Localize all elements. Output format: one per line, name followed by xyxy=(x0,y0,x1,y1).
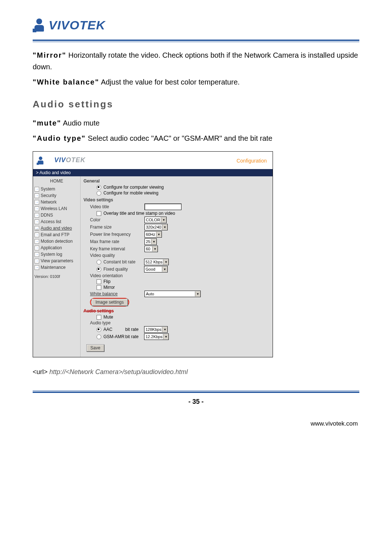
mute-paragraph: "mute" Audio mute xyxy=(33,117,359,129)
radio-icon[interactable] xyxy=(97,185,101,190)
arrow-icon: → xyxy=(34,252,39,257)
nav-maintenance[interactable]: →Maintenance xyxy=(33,264,80,271)
mirror-row[interactable]: Mirror xyxy=(83,284,270,290)
video-settings-heading: Video settings xyxy=(83,197,270,202)
nav-wlan[interactable]: →Wireless LAN xyxy=(33,205,80,212)
radio-icon[interactable] xyxy=(97,260,101,264)
chevron-down-icon: ▼ xyxy=(195,291,200,296)
footer-rule-thick xyxy=(33,391,359,393)
nav-view-params[interactable]: →View parameters xyxy=(33,258,80,264)
checkbox-icon[interactable] xyxy=(97,279,101,284)
overlay-row[interactable]: Overlay title and time stamp on video xyxy=(83,210,270,216)
gsm-bitrate-select[interactable]: 12.2Kbps▼ xyxy=(144,333,169,340)
nav-access-list[interactable]: →Access list xyxy=(33,218,80,225)
aac-row: AAC bit rate 128Kbps▼ xyxy=(83,326,270,333)
frame-size-select[interactable]: 320x240▼ xyxy=(144,224,168,230)
opt-computer-row[interactable]: Configure for computer viewing xyxy=(83,184,270,190)
nav-email-ftp[interactable]: →Email and FTP xyxy=(33,231,80,238)
audio-settings-heading: Audio settings xyxy=(83,308,270,313)
arrow-icon: → xyxy=(34,213,39,218)
mute-desc: Audio mute xyxy=(61,119,100,127)
plf-row: Power line frequency 60Hz▼ xyxy=(83,231,270,238)
chevron-down-icon: ▼ xyxy=(162,327,167,332)
nav-motion[interactable]: →Motion detection xyxy=(33,238,80,245)
chevron-down-icon: ▼ xyxy=(163,334,168,339)
cbr-row: Constant bit rate 512 Kbps▼ xyxy=(83,258,270,266)
url-note: <url> http://<Network Camera>/setup/audi… xyxy=(33,368,359,376)
chevron-down-icon: ▼ xyxy=(156,232,162,237)
wb-select[interactable]: Auto▼ xyxy=(144,291,201,297)
chevron-down-icon: ▼ xyxy=(162,267,167,272)
arrow-icon: → xyxy=(34,219,39,224)
image-settings-button[interactable]: Image settings xyxy=(91,299,128,306)
cbr-select[interactable]: 512 Kbps▼ xyxy=(144,259,169,265)
nav-application[interactable]: →Application xyxy=(33,245,80,251)
arrow-icon: → xyxy=(34,193,39,198)
color-select[interactable]: COLOR▼ xyxy=(144,217,167,223)
chevron-down-icon: ▼ xyxy=(163,259,168,264)
nav-system-log[interactable]: →System log xyxy=(33,251,80,258)
arrow-icon: → xyxy=(34,200,39,205)
nav-home[interactable]: HOME xyxy=(33,176,80,186)
mirror-paragraph: "Mirror" Horizontally rotate the video. … xyxy=(33,49,359,73)
checkbox-icon[interactable] xyxy=(97,211,101,216)
mfr-select[interactable]: 25▼ xyxy=(144,238,157,245)
fq-row: Fixed quality Good▼ xyxy=(83,266,270,273)
color-row: Color COLOR▼ xyxy=(83,216,270,223)
mirror-desc: Horizontally rotate the video. Check opt… xyxy=(33,51,358,71)
highlight-circle: Image settings xyxy=(90,298,129,307)
arrow-icon: → xyxy=(34,226,39,231)
logo-icon xyxy=(33,19,46,32)
arrow-icon: → xyxy=(34,206,39,211)
logo-icon xyxy=(37,157,45,165)
wb-desc: Adjust the value for best color temperat… xyxy=(99,78,240,86)
atype-term: "Audio type" xyxy=(33,134,86,142)
wb-term: "White balance" xyxy=(33,78,99,86)
radio-icon[interactable] xyxy=(97,335,101,339)
nav-security[interactable]: →Security xyxy=(33,192,80,199)
kfi-row: Key frame interval 60 ▼ xyxy=(83,245,270,253)
white-balance-link[interactable]: White balance xyxy=(90,291,144,296)
sidebar: HOME →System →Security →Network →Wireles… xyxy=(33,176,80,357)
fq-select[interactable]: Good▼ xyxy=(144,266,168,272)
header-rule-thin xyxy=(33,42,359,42)
atype-desc: Select audio codec "AAC" or "GSM-AMR" an… xyxy=(86,134,272,142)
plf-select[interactable]: 60Hz▼ xyxy=(144,231,162,238)
nav-ddns[interactable]: →DDNS xyxy=(33,212,80,218)
opt-mobile-row[interactable]: Configure for mobile viewing xyxy=(83,190,270,196)
chevron-down-icon: ▼ xyxy=(152,246,158,251)
url-value: http://<Network Camera>/setup/audiovideo… xyxy=(49,368,188,376)
general-heading: General xyxy=(83,178,270,184)
atype-paragraph: "Audio type" Select audio codec "AAC" or… xyxy=(33,132,359,144)
arrow-icon: → xyxy=(34,265,39,270)
audio-settings-heading: Audio settings xyxy=(33,99,359,110)
nav-system[interactable]: →System xyxy=(33,186,80,192)
chevron-down-icon: ▼ xyxy=(151,239,156,244)
arrow-icon: → xyxy=(34,187,39,192)
version-label: Version: 0100f xyxy=(33,271,80,282)
footer-rule-thin xyxy=(33,390,359,391)
nav-audio-video[interactable]: →Audio and video xyxy=(33,225,80,231)
save-button[interactable]: Save xyxy=(86,344,104,352)
mute-row[interactable]: Mute xyxy=(83,314,270,320)
brand-logo: VIVOTEK xyxy=(33,18,359,32)
flip-row[interactable]: Flip xyxy=(83,279,270,284)
white-balance-row: White balance Auto▼ xyxy=(83,290,270,297)
video-title-input[interactable] xyxy=(144,204,181,210)
image-settings-row: Image settings xyxy=(83,297,270,307)
arrow-icon: → xyxy=(34,246,39,250)
frame-size-row: Frame size 320x240▼ xyxy=(83,223,270,231)
checkbox-icon[interactable] xyxy=(97,285,101,290)
chevron-down-icon: ▼ xyxy=(162,225,167,230)
checkbox-icon[interactable] xyxy=(97,315,101,320)
aac-bitrate-select[interactable]: 128Kbps▼ xyxy=(144,326,168,333)
nav-network[interactable]: →Network xyxy=(33,199,80,205)
radio-icon[interactable] xyxy=(97,267,101,272)
radio-icon[interactable] xyxy=(97,327,101,332)
kfi-select[interactable]: 60 ▼ xyxy=(144,246,158,252)
config-label[interactable]: Configuration xyxy=(237,158,267,164)
radio-icon[interactable] xyxy=(97,191,101,196)
arrow-icon: → xyxy=(34,233,39,237)
main-panel: General Configure for computer viewing C… xyxy=(80,176,273,357)
breadcrumb: > Audio and video xyxy=(33,169,273,176)
